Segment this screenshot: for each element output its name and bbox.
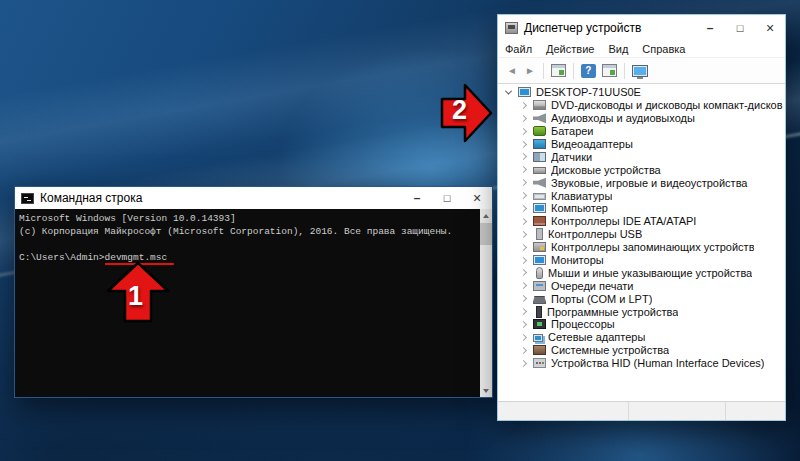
menu-bar: Файл Действие Вид Справка bbox=[498, 40, 785, 58]
console-prompt-line: C:\Users\Admin>devmgmt.msc bbox=[19, 251, 478, 264]
tree-item-label: Контроллеры USB bbox=[548, 228, 642, 240]
chevron-right-icon[interactable] bbox=[520, 334, 527, 341]
menu-file[interactable]: Файл bbox=[505, 43, 532, 55]
status-bar bbox=[498, 401, 785, 420]
tree-item-label: Контроллеры IDE ATA/ATAPI bbox=[551, 215, 696, 227]
tree-item-label: Процессоры bbox=[551, 318, 615, 330]
tree-item-label: Системные устройства bbox=[551, 344, 669, 356]
tree-item[interactable]: Мыши и иные указывающие устройства bbox=[498, 266, 785, 279]
tree-item[interactable]: Видеоадаптеры bbox=[498, 138, 785, 151]
devmgr-window-title: Диспетчер устройств bbox=[524, 21, 641, 35]
maximize-button[interactable] bbox=[725, 15, 755, 40]
console-output[interactable]: Microsoft Windows [Version 10.0.14393](c… bbox=[15, 209, 492, 397]
scrollbar-thumb[interactable] bbox=[480, 223, 492, 245]
chevron-down-icon[interactable] bbox=[505, 87, 512, 94]
tree-item[interactable]: Программные устройства bbox=[498, 305, 785, 318]
chevron-right-icon[interactable] bbox=[520, 347, 527, 354]
ports-icon bbox=[533, 296, 546, 304]
tree-item[interactable]: Компьютер bbox=[498, 202, 785, 215]
tree-item[interactable]: DVD-дисководы и дисководы компакт-дисков bbox=[498, 99, 785, 112]
menu-view[interactable]: Вид bbox=[608, 43, 628, 55]
chevron-right-icon[interactable] bbox=[520, 308, 527, 315]
chevron-right-icon[interactable] bbox=[520, 153, 527, 160]
chevron-right-icon[interactable] bbox=[520, 115, 527, 122]
tree-item[interactable]: Системные устройства bbox=[498, 344, 785, 357]
system-device-icon bbox=[533, 345, 546, 355]
chevron-right-icon[interactable] bbox=[520, 166, 527, 173]
status-cell bbox=[629, 402, 726, 420]
computer-scan-icon[interactable] bbox=[632, 65, 648, 77]
toolbar-separator bbox=[543, 63, 544, 79]
tree-item-label: Программные устройства bbox=[547, 306, 678, 318]
console-line: Microsoft Windows [Version 10.0.14393] bbox=[19, 212, 478, 225]
console-line: (c) Корпорация Майкрософт (Microsoft Cor… bbox=[19, 225, 478, 238]
tree-item-label: Компьютер bbox=[551, 202, 608, 214]
devmgr-titlebar[interactable]: Диспетчер устройств bbox=[498, 15, 785, 40]
chevron-right-icon[interactable] bbox=[520, 282, 527, 289]
tree-item[interactable]: Порты (COM и LPT) bbox=[498, 292, 785, 305]
tree-item-label: Клавиатуры bbox=[551, 190, 612, 202]
tree-item-label: Очереди печати bbox=[551, 280, 634, 292]
chevron-right-icon[interactable] bbox=[520, 218, 527, 225]
hid-device-icon bbox=[533, 358, 546, 368]
tree-item[interactable]: Контроллеры запоминающих устройств bbox=[498, 241, 785, 254]
chevron-right-icon[interactable] bbox=[520, 231, 527, 238]
device-tree: DESKTOP-71UUS0E DVD-дисководы и дисковод… bbox=[498, 84, 785, 401]
chevron-right-icon[interactable] bbox=[520, 269, 527, 276]
sensor-icon bbox=[533, 152, 546, 162]
chevron-right-icon[interactable] bbox=[520, 244, 527, 251]
minimize-button[interactable] bbox=[695, 15, 725, 40]
tree-item[interactable]: Клавиатуры bbox=[498, 189, 785, 202]
tree-item-label: Видеоадаптеры bbox=[551, 138, 633, 150]
network-adapter-icon bbox=[533, 334, 543, 342]
chevron-right-icon[interactable] bbox=[520, 321, 527, 328]
minimize-button[interactable] bbox=[402, 187, 432, 209]
help-icon[interactable] bbox=[581, 64, 596, 78]
chevron-right-icon[interactable] bbox=[520, 128, 527, 135]
maximize-button[interactable] bbox=[432, 187, 462, 209]
menu-help[interactable]: Справка bbox=[642, 43, 685, 55]
tree-root[interactable]: DESKTOP-71UUS0E bbox=[498, 86, 785, 99]
chevron-right-icon[interactable] bbox=[520, 192, 527, 199]
tree-item[interactable]: Контроллеры IDE ATA/ATAPI bbox=[498, 215, 785, 228]
tree-item[interactable]: Дисковые устройства bbox=[498, 163, 785, 176]
tree-item-label: Дисковые устройства bbox=[551, 164, 661, 176]
disk-drive-icon bbox=[533, 167, 546, 174]
tree-item-label: Мониторы bbox=[551, 254, 604, 266]
tree-item[interactable]: Звуковые, игровые и видеоустройства bbox=[498, 176, 785, 189]
tree-item[interactable]: Аудиовходы и аудиовыходы bbox=[498, 112, 785, 125]
battery-icon bbox=[533, 126, 546, 136]
chevron-right-icon[interactable] bbox=[520, 140, 527, 147]
tree-item[interactable]: Устройства HID (Human Interface Devices) bbox=[498, 357, 785, 370]
console-prompt: C:\Users\Admin> bbox=[19, 252, 105, 263]
storage-controller-icon bbox=[533, 242, 546, 252]
forward-icon[interactable] bbox=[521, 65, 539, 76]
close-button[interactable] bbox=[755, 15, 785, 40]
console-scrollbar[interactable] bbox=[480, 209, 492, 397]
tree-item-label: Контроллеры запоминающих устройств bbox=[551, 241, 754, 253]
tree-item[interactable]: Сетевые адаптеры bbox=[498, 331, 785, 344]
tree-item[interactable]: Процессоры bbox=[498, 318, 785, 331]
tree-item[interactable]: Контроллеры USB bbox=[498, 228, 785, 241]
tree-item[interactable]: Мониторы bbox=[498, 254, 785, 267]
cmd-titlebar[interactable]: Командная строка bbox=[15, 187, 492, 209]
chevron-right-icon[interactable] bbox=[520, 256, 527, 263]
tree-item[interactable]: Очереди печати bbox=[498, 279, 785, 292]
scroll-up-icon[interactable] bbox=[480, 209, 492, 222]
chevron-right-icon[interactable] bbox=[520, 102, 527, 109]
console-tree-icon[interactable] bbox=[551, 64, 566, 77]
cmd-window-title: Командная строка bbox=[40, 191, 142, 205]
toolbar-separator bbox=[573, 63, 574, 79]
scroll-down-icon[interactable] bbox=[480, 384, 492, 397]
tree-item[interactable]: Датчики bbox=[498, 150, 785, 163]
chevron-right-icon[interactable] bbox=[520, 205, 527, 212]
close-button[interactable] bbox=[462, 187, 492, 209]
chevron-right-icon[interactable] bbox=[520, 179, 527, 186]
tree-item-label: Порты (COM и LPT) bbox=[551, 293, 652, 305]
tree-item[interactable]: Батареи bbox=[498, 125, 785, 138]
properties-icon[interactable] bbox=[602, 64, 617, 77]
chevron-right-icon[interactable] bbox=[520, 295, 527, 302]
menu-action[interactable]: Действие bbox=[546, 43, 594, 55]
back-icon[interactable] bbox=[503, 65, 521, 76]
chevron-right-icon[interactable] bbox=[520, 360, 527, 367]
